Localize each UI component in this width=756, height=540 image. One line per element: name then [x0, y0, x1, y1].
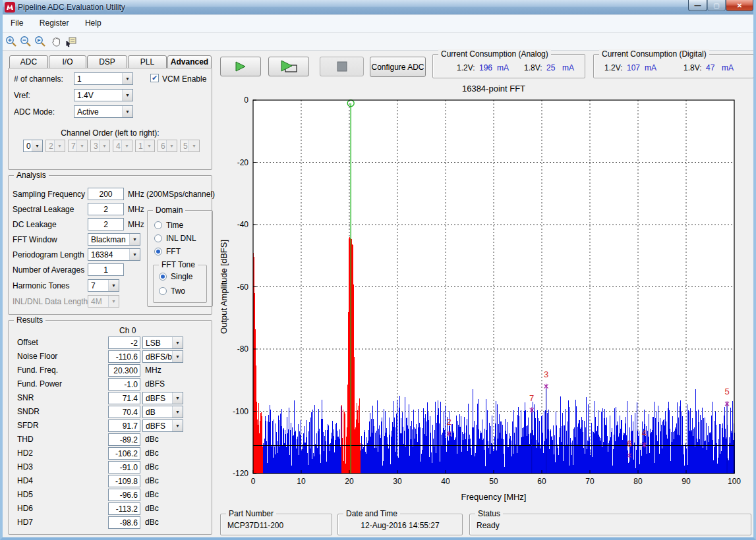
sampling-frequency-input[interactable] [88, 188, 124, 200]
result-unit-select[interactable]: dB▼ [142, 406, 183, 418]
zoom-in-icon[interactable] [5, 36, 18, 48]
result-row-value[interactable] [108, 447, 140, 460]
chevron-down-icon: ▼ [99, 140, 109, 151]
vcm-enable-checkbox[interactable]: ✔ [150, 74, 159, 82]
channel-order-5: 1▼ [135, 140, 155, 152]
result-row-value[interactable] [108, 406, 140, 418]
part-number-title: Part Number [226, 509, 276, 518]
result-row-value[interactable] [108, 461, 140, 473]
fft-chart[interactable]: 23456701020304050607080901000-20-40-60-8… [218, 82, 756, 510]
number-of-averages-input[interactable] [88, 263, 124, 276]
menu-help[interactable]: Help [78, 14, 108, 33]
domain-radio-inl-dnl[interactable] [154, 234, 162, 242]
zoom-fit-icon[interactable]: F [34, 36, 47, 48]
result-row-value[interactable] [108, 433, 140, 446]
run-continuous-button[interactable] [268, 57, 309, 76]
tab-adc[interactable]: ADC [9, 55, 48, 68]
data-cursor-icon[interactable] [65, 36, 77, 48]
svg-text:F: F [38, 38, 41, 43]
result-unit-select[interactable]: dBFS▼ [142, 419, 183, 432]
result-row-label: Noise Floor [17, 352, 57, 361]
result-row-label: HD2 [17, 448, 33, 458]
close-button[interactable]: ✕ [726, 0, 753, 11]
periodogram-length-label: Periodogram Length [13, 250, 84, 259]
tab-pll[interactable]: PLL [128, 55, 167, 68]
result-row-label: THD [17, 435, 34, 444]
configure-adc-button[interactable]: Configure ADC [370, 57, 426, 77]
result-unit-value: dB [143, 408, 172, 417]
result-unit-value: LSB [143, 338, 172, 348]
fft-tone-radio-single[interactable] [159, 273, 167, 281]
fft-window-value: Blackman [88, 235, 129, 244]
result-row-value[interactable] [108, 350, 140, 363]
results-column-header: Ch 0 [119, 326, 136, 335]
channel-order-4: 4▼ [113, 140, 132, 152]
chevron-down-icon: ▼ [129, 249, 140, 260]
play-continuous-icon [279, 60, 299, 73]
channels-select[interactable]: 1 ▼ [74, 72, 133, 85]
svg-text:Frequency [MHz]: Frequency [MHz] [461, 492, 527, 502]
result-row-value[interactable] [108, 392, 140, 404]
chevron-down-icon: ▼ [122, 73, 132, 84]
periodogram-length-select[interactable]: 16384▼ [88, 248, 140, 261]
result-row-value[interactable] [108, 364, 140, 377]
domain-inl-dnl-label: INL DNL [166, 234, 196, 243]
result-unit-value: dBFS/bin [143, 352, 172, 362]
svg-text:3: 3 [544, 369, 548, 379]
svg-text:-120: -120 [233, 469, 248, 478]
result-row-value[interactable] [108, 502, 140, 515]
status-title: Status [475, 509, 503, 518]
result-unit-select[interactable]: dBFS/bin▼ [142, 350, 183, 363]
window-title: Pipeline ADC Evaluation Utility [18, 3, 125, 12]
harmonic-tones-select[interactable]: 7▼ [88, 279, 119, 292]
result-unit-select[interactable]: LSB▼ [142, 337, 183, 349]
vref-select[interactable]: 1.4V ▼ [74, 89, 133, 101]
chevron-down-icon: ▼ [172, 406, 183, 418]
fft-window-select[interactable]: Blackman▼ [88, 233, 140, 246]
result-row-value[interactable] [108, 516, 140, 529]
channel-order-0[interactable]: 0▼ [23, 140, 43, 152]
datetime-title: Date and Time [343, 509, 400, 518]
result-row-label: HD6 [17, 504, 33, 513]
tab-advanced[interactable]: Advanced [167, 55, 212, 68]
run-button[interactable] [220, 57, 261, 76]
vcm-enable-label: VCM Enable [162, 74, 206, 84]
periodogram-length-value: 16384 [88, 250, 129, 259]
result-unit-select[interactable]: dBFS▼ [142, 392, 183, 404]
fft-tone-radio-two[interactable] [159, 287, 167, 295]
menu-file[interactable]: File [4, 14, 30, 33]
chevron-down-icon: ▼ [32, 140, 42, 151]
vref-value: 1.4V [74, 91, 122, 100]
spectral-leakage-input[interactable] [88, 203, 124, 215]
result-row-value[interactable] [108, 489, 140, 501]
channels-label: # of channels: [14, 74, 63, 84]
result-row-label: SNDR [17, 407, 40, 416]
number-of-averages-label: Number of Averages [13, 265, 84, 275]
channel-order-2: 7▼ [68, 140, 88, 152]
tab-dsp[interactable]: DSP [87, 55, 127, 68]
stop-button [320, 57, 364, 76]
channel-order-value: 5 [181, 142, 189, 151]
result-row-value[interactable] [108, 337, 140, 349]
chevron-down-icon: ▼ [172, 351, 183, 362]
pan-icon[interactable] [50, 36, 63, 48]
domain-radio-time[interactable] [154, 221, 162, 229]
dc-leakage-input[interactable] [88, 218, 124, 230]
check-icon: ✔ [152, 74, 158, 82]
chevron-down-icon: ▼ [108, 280, 119, 291]
fft-tone-group: FFT Tone Single Two [153, 265, 207, 303]
minimize-button[interactable]: — [688, 0, 707, 11]
chevron-down-icon: ▼ [76, 140, 87, 151]
result-row-value[interactable] [108, 419, 140, 432]
menu-register[interactable]: Register [33, 14, 76, 33]
tab-io[interactable]: I/O [49, 55, 86, 68]
configure-adc-label: Configure ADC [371, 63, 424, 72]
svg-text:16384-point FFT: 16384-point FFT [462, 84, 525, 94]
result-unit-text: dBFS [145, 379, 165, 389]
result-row-value[interactable] [108, 475, 140, 487]
domain-radio-fft[interactable] [154, 248, 162, 256]
zoom-out-icon[interactable] [20, 36, 32, 48]
datetime-group: Date and Time 12-Aug-2016 14:55:27 [337, 514, 463, 535]
result-row-value[interactable] [108, 378, 140, 391]
adc-mode-select[interactable]: Active ▼ [74, 105, 133, 118]
